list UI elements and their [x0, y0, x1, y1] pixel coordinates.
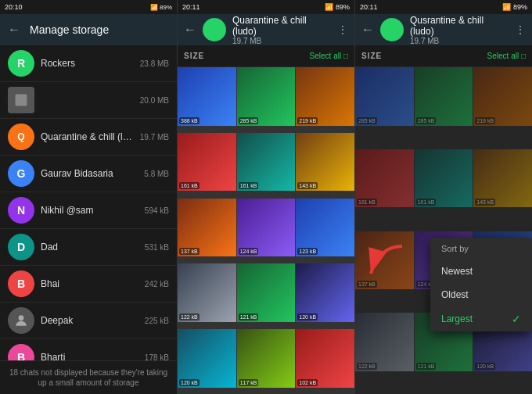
photo-cell[interactable]: 161 kB — [415, 149, 473, 208]
chat-media-panel: 20:11 📶 89% ← Quarantine & chill (ludo) … — [178, 0, 355, 394]
avatar: Q — [8, 124, 34, 150]
chat-header-3: ← Qusrantine & chill (ludo) 19.7 MB ⋮ — [355, 14, 532, 45]
avatar: G — [8, 160, 34, 187]
status-bar-2: 20:11 📶 89% — [178, 0, 354, 14]
photo-cell[interactable]: 161 kB — [355, 149, 414, 208]
status-bar-1: 20:10 📶 89% — [0, 0, 177, 14]
photo-cell[interactable]: 122 kB — [355, 313, 414, 371]
photo-cell[interactable]: 137 kB — [178, 199, 236, 257]
filter-row-2: SIZE Select all □ — [178, 45, 354, 67]
photo-cell[interactable]: 285 kB — [237, 67, 296, 126]
contact-size: 20.0 MB — [140, 96, 169, 105]
chat-media-panel-sorted: 20:11 📶 89% ← Qusrantine & chill (ludo) … — [355, 0, 532, 394]
svg-point-1 — [19, 315, 24, 321]
status-icons-2: 📶 89% — [325, 3, 350, 11]
bottom-note: 18 chats not displayed because they're t… — [0, 360, 177, 394]
avatar — [8, 307, 34, 334]
chat-info-2: Quarantine & chill (ludo) 19.7 MB — [232, 15, 331, 45]
photo-cell[interactable]: 120 kB — [178, 329, 236, 388]
page-title: Manage storage — [30, 23, 109, 36]
contact-size: 594 kB — [145, 206, 169, 215]
chat-size-3: 19.7 MB — [410, 37, 509, 45]
list-item[interactable]: N Nikhil @sam 594 kB — [0, 192, 177, 229]
back-button-2[interactable]: ← — [184, 23, 196, 37]
list-item[interactable]: Deepak 225 kB — [0, 303, 177, 339]
photo-cell[interactable]: 117 kB — [237, 329, 296, 388]
photo-cell[interactable]: 102 kB — [296, 329, 354, 388]
avatar: B — [8, 270, 34, 297]
list-item[interactable]: B Bhai 242 kB — [0, 266, 177, 303]
contact-name: Bharti — [41, 352, 138, 360]
list-item[interactable]: R Rockers 23.8 MB — [0, 45, 177, 82]
photo-cell[interactable]: 219 kB — [473, 67, 532, 126]
contact-info: Gaurav Bidasaria — [41, 168, 138, 179]
avatar — [8, 87, 34, 113]
contact-info: Bhai — [41, 278, 138, 289]
sort-newest-item[interactable]: Newest — [430, 260, 532, 283]
photo-cell[interactable]: 124 kB — [237, 199, 296, 257]
photo-cell[interactable]: 120 kB — [296, 263, 354, 322]
sort-oldest-item[interactable]: Oldest — [430, 283, 532, 306]
contact-list: R Rockers 23.8 MB 20.0 MB Q Quarantine &… — [0, 45, 177, 360]
list-item[interactable]: B Bharti 178 kB — [0, 339, 177, 360]
photo-cell[interactable]: 388 kB — [178, 67, 236, 126]
sort-largest-item[interactable]: Largest ✓ — [430, 306, 532, 331]
photo-cell[interactable]: 122 kB — [178, 263, 236, 322]
contact-size: 19.7 MB — [140, 133, 169, 141]
contact-name: Nikhil @sam — [41, 205, 138, 216]
selected-checkmark: ✓ — [512, 313, 521, 325]
back-button-1[interactable]: ← — [8, 23, 20, 37]
photo-cell[interactable]: 161 kB — [178, 133, 236, 192]
menu-icon-3[interactable]: ⋮ — [515, 23, 526, 36]
chat-header-2: ← Quarantine & chill (ludo) 19.7 MB ⋮ — [178, 14, 354, 45]
select-all-3[interactable]: Select all □ — [487, 52, 526, 60]
status-icons-3: 📶 89% — [502, 3, 527, 11]
status-icons-1: 📶 89% — [150, 4, 172, 11]
filter-label-2: SIZE — [184, 52, 204, 60]
photo-cell[interactable]: 143 kB — [473, 149, 532, 208]
dropdown-title: Sort by — [430, 238, 532, 260]
sort-dropdown[interactable]: Sort by Newest Oldest Largest ✓ — [430, 238, 532, 331]
menu-icon-2[interactable]: ⋮ — [337, 23, 348, 36]
contact-info: Bharti — [41, 352, 138, 360]
list-item[interactable]: D Dad 531 kB — [0, 229, 177, 266]
photo-cell[interactable]: 285 kB — [415, 67, 473, 126]
photo-cell[interactable]: 123 kB — [296, 199, 354, 257]
photo-grid-2: 388 kB 285 kB 219 kB 161 kB 161 kB 143 k… — [178, 67, 354, 394]
contact-name: Bhai — [41, 278, 138, 289]
list-item[interactable]: G Gaurav Bidasaria 5.8 MB — [0, 156, 177, 192]
contact-name: Rockers — [41, 58, 134, 69]
back-button-3[interactable]: ← — [361, 23, 374, 37]
chat-avatar-2 — [203, 18, 226, 41]
contact-name: Quarantine & chill (ludo) — [41, 131, 134, 142]
svg-rect-0 — [16, 95, 27, 106]
photo-grid-3: 285 kB 285 kB 219 kB 161 kB 161 kB 143 k… — [355, 67, 532, 394]
photo-cell[interactable]: 285 kB — [355, 67, 414, 126]
time-1: 20:10 — [5, 3, 23, 11]
status-bar-3: 20:11 📶 89% — [355, 0, 532, 14]
contact-name: Gaurav Bidasaria — [41, 168, 138, 179]
photo-cell[interactable]: 137 kB — [355, 231, 414, 290]
time-3: 20:11 — [360, 3, 378, 11]
sort-oldest-label: Oldest — [441, 289, 469, 300]
chat-name-3: Qusrantine & chill (ludo) — [410, 15, 509, 37]
contact-name: Dad — [41, 242, 138, 253]
filter-label-3: SIZE — [361, 52, 382, 60]
filter-row-3: SIZE Select all □ — [355, 45, 532, 67]
list-item[interactable]: Q Quarantine & chill (ludo) 19.7 MB — [0, 119, 177, 156]
avatar: R — [8, 50, 34, 77]
contact-size: 23.8 MB — [140, 59, 169, 68]
contact-info: Deepak — [41, 315, 138, 326]
contact-info: Nikhil @sam — [41, 205, 138, 216]
photo-cell[interactable]: 161 kB — [237, 133, 296, 192]
photo-cell[interactable]: 219 kB — [296, 67, 354, 126]
list-item[interactable]: 20.0 MB — [0, 82, 177, 119]
contact-size: 5.8 MB — [144, 170, 169, 178]
photo-cell[interactable]: 121 kB — [237, 263, 296, 322]
photo-cell[interactable]: 143 kB — [296, 133, 354, 192]
time-2: 20:11 — [182, 3, 200, 11]
chat-name-2: Quarantine & chill (ludo) — [232, 15, 331, 37]
sort-newest-label: Newest — [441, 266, 473, 277]
select-all-2[interactable]: Select all □ — [310, 52, 348, 60]
contact-info: Quarantine & chill (ludo) — [41, 131, 134, 142]
